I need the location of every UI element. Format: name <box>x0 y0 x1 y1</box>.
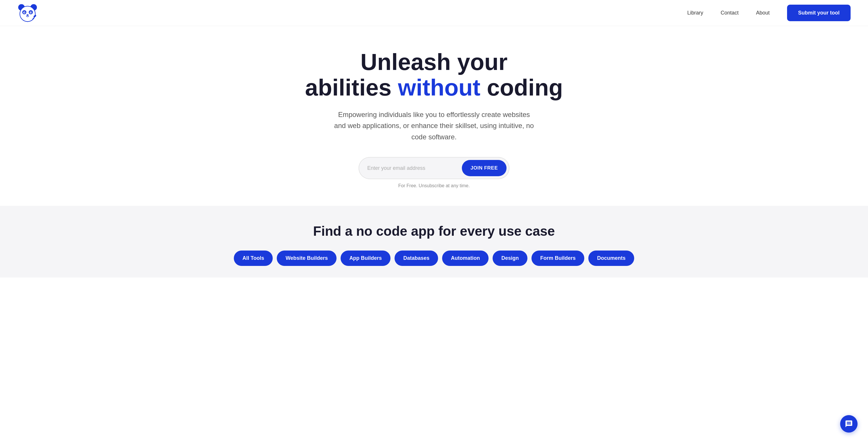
category-pill[interactable]: Automation <box>442 250 489 266</box>
chat-icon <box>845 420 853 428</box>
email-form: JOIN FREE <box>359 157 509 179</box>
hero-section: Unleash your abilities without coding Em… <box>0 26 868 206</box>
form-footnote: For Free. Unsubscribe at any time. <box>398 183 470 188</box>
find-section-title: Find a no code app for every use case <box>313 223 555 239</box>
nav-about[interactable]: About <box>756 10 770 16</box>
chat-bubble[interactable] <box>840 415 858 433</box>
hero-title-after: coding <box>480 75 563 100</box>
hero-subtitle: Empowering individuals like you to effor… <box>333 109 535 143</box>
hero-title-before: abilities <box>305 75 398 100</box>
category-pill[interactable]: Databases <box>395 250 438 266</box>
hero-title-line1: Unleash your <box>361 49 508 75</box>
category-pill[interactable]: Website Builders <box>277 250 337 266</box>
navbar-links: Library Contact About Submit your tool <box>687 5 850 21</box>
category-pill[interactable]: Form Builders <box>531 250 584 266</box>
join-free-button[interactable]: JOIN FREE <box>462 160 506 176</box>
category-pills: All ToolsWebsite BuildersApp BuildersDat… <box>234 250 634 266</box>
svg-point-9 <box>27 14 29 16</box>
nav-contact[interactable]: Contact <box>721 10 739 16</box>
logo[interactable] <box>18 3 38 23</box>
svg-point-8 <box>30 12 32 13</box>
nav-library[interactable]: Library <box>687 10 703 16</box>
category-pill[interactable]: Documents <box>588 250 634 266</box>
category-pill[interactable]: Design <box>493 250 527 266</box>
hero-title-highlight: without <box>398 75 480 100</box>
navbar: Library Contact About Submit your tool <box>0 0 868 26</box>
email-input[interactable] <box>367 165 462 171</box>
category-pill[interactable]: App Builders <box>341 250 391 266</box>
hero-title: Unleash your abilities without coding <box>305 49 563 100</box>
panda-logo-icon <box>18 3 38 23</box>
category-pill[interactable]: All Tools <box>234 250 273 266</box>
find-section: Find a no code app for every use case Al… <box>0 206 868 277</box>
submit-tool-button[interactable]: Submit your tool <box>787 5 850 21</box>
svg-point-2 <box>20 6 35 22</box>
hero-title-line2: abilities without coding <box>305 75 563 100</box>
svg-point-7 <box>24 12 25 13</box>
